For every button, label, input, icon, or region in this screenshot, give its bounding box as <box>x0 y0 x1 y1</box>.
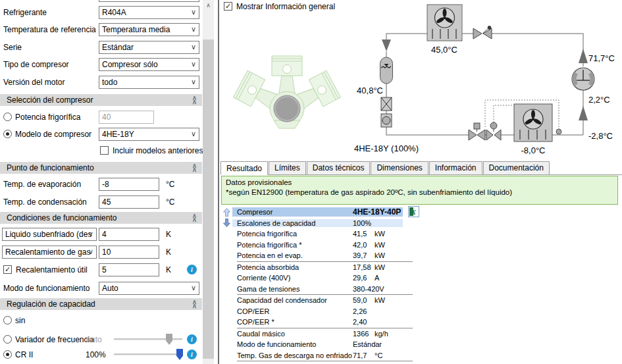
info-icon[interactable]: i <box>187 265 197 274</box>
table-row[interactable]: Escalones de capacidad 100% <box>220 218 615 229</box>
tab-documentacion[interactable]: Documentación <box>483 161 550 174</box>
compressor-illustration <box>234 56 341 128</box>
compressor-type-select[interactable]: Compresor sólo ∨ <box>99 58 199 71</box>
cooling-capacity-input[interactable] <box>99 111 154 124</box>
condensing-temp-input[interactable] <box>99 195 159 209</box>
notice-line2: *según EN12900 (temperatura de gas aspir… <box>226 188 613 197</box>
series-value: Estándar <box>102 43 134 52</box>
subcooled-liquid-input[interactable] <box>99 228 159 241</box>
useful-superheat-unit: K <box>166 265 171 274</box>
evaporation-temp-unit: °C <box>166 180 174 189</box>
frequency-inverter-label: Variador de frecuencia <box>15 335 94 344</box>
cooling-capacity-row: Potencia frigorífica <box>0 111 202 124</box>
row-label: Potencia en el evap. <box>237 251 353 259</box>
fan-icon <box>435 8 455 28</box>
arrow-up-suction <box>579 106 588 120</box>
row-value: 42,0 <box>353 241 375 249</box>
compressor-model-label: Modelo de compresor <box>15 130 91 139</box>
info-icon[interactable]: i <box>187 334 197 344</box>
row-value: 17,58 <box>353 263 375 271</box>
useful-superheat-input[interactable] <box>99 263 159 276</box>
tab-datos-tecnicos[interactable]: Datos técnicos <box>307 161 371 174</box>
svg-text:X: X <box>411 207 417 215</box>
collapse-icon[interactable]: ∧∧ <box>192 300 197 308</box>
gas-superheat-row: Recalentamiento de gas ∨ K <box>0 246 202 259</box>
section-operating-point[interactable]: Punto de funcionamiento ∧∧ <box>0 162 202 174</box>
panel-divider <box>218 0 219 364</box>
cutoff-combo[interactable] <box>99 0 199 2</box>
include-previous-models-checkbox[interactable] <box>100 146 109 155</box>
reference-temp-select[interactable]: Temperatura media ∨ <box>99 23 199 36</box>
collapse-icon[interactable]: ∧∧ <box>192 96 197 104</box>
section-capacity-control[interactable]: Regulación de capacidad ∧∧ <box>0 298 202 310</box>
subcooled-liquid-select[interactable]: Liquido subenfriado (des ∨ <box>2 228 97 241</box>
slider-thumb[interactable] <box>176 349 183 360</box>
section-compressor-selection[interactable]: Selección del compresor ∧∧ <box>0 94 202 106</box>
slider-thumb[interactable] <box>166 334 172 345</box>
row-down-icon[interactable] <box>220 219 232 227</box>
frequency-inverter-slider[interactable] <box>114 338 182 340</box>
motor-version-value: todo <box>102 78 117 87</box>
row-label: Capacidad del condensador <box>237 296 353 304</box>
row-value: Estándar <box>353 340 382 348</box>
scrollbar-thumb[interactable] <box>203 39 214 359</box>
compressor-model-select[interactable]: 4HE-18Y ∨ <box>99 128 199 141</box>
condenser-temp-label: 45,0°C <box>431 45 457 55</box>
row-unit: kW <box>375 296 385 304</box>
tab-limites[interactable]: Límites <box>269 161 306 174</box>
operating-mode-select[interactable]: Auto ∨ <box>99 282 199 295</box>
condensing-temp-row: Temp. de condensación °C <box>0 195 202 209</box>
row-label: Temp. Gas de descarga no enfriado <box>237 351 353 359</box>
row-label: Modo de funcionamiento <box>237 340 353 348</box>
sensor-bulb <box>556 129 561 134</box>
without-radio[interactable] <box>3 316 12 325</box>
excel-export-icon[interactable]: X <box>408 206 419 219</box>
filter-row-reference-temp: Temperatura de referencia Temperatura me… <box>0 23 202 36</box>
gas-superheat-select[interactable]: Recalentamiento de gas ∨ <box>2 246 97 259</box>
tab-informacion[interactable]: Información <box>429 161 482 174</box>
tab-resultado[interactable]: Resultado <box>220 161 268 175</box>
row-up-icon[interactable] <box>220 208 232 217</box>
discharge-temp-label: 71,7°C <box>588 53 615 63</box>
table-row: COP/EER * 2,40 <box>220 317 615 328</box>
compressor-model-radio[interactable] <box>3 130 12 138</box>
crii-radio[interactable] <box>3 350 12 359</box>
evaporation-temp-input[interactable] <box>99 178 159 191</box>
table-row: Potencia frigorífica 41,5 kW <box>220 228 615 240</box>
table-row: Modo de funcionamiento Estándar <box>220 339 615 350</box>
row-label: Potencia absorbida <box>237 263 353 271</box>
crii-row: CR II 100% i <box>0 348 202 361</box>
table-row[interactable]: Compresor 4HE-18Y-40P X <box>220 207 615 218</box>
pipes <box>386 34 583 135</box>
crii-slider[interactable] <box>114 353 182 355</box>
section-operating-conditions[interactable]: Condiciones de funcionamiento ∧∧ <box>0 212 202 224</box>
refrigerant-select[interactable]: R404A ∨ <box>99 6 199 19</box>
gas-superheat-input[interactable] <box>99 246 159 259</box>
reference-temp-value: Temperatura media <box>102 25 170 34</box>
fan-icon <box>523 109 543 129</box>
motor-version-select[interactable]: todo ∨ <box>99 76 199 89</box>
scroll-up-button[interactable]: ∧ <box>203 0 214 11</box>
useful-superheat-checkbox[interactable]: ✓ <box>3 265 12 274</box>
collapse-icon[interactable]: ∧∧ <box>192 164 197 172</box>
cooling-capacity-radio[interactable] <box>3 113 12 121</box>
collapse-icon[interactable]: ∧∧ <box>192 214 197 222</box>
left-scrollbar[interactable]: ∧ <box>203 0 214 364</box>
series-select[interactable]: Estándar ∨ <box>99 41 199 54</box>
circuit-diagram: 45,0°C 40,8°C <box>220 0 622 160</box>
table-row: Corriente (400V) 29,6 A <box>220 273 615 284</box>
section-title: Condiciones de funcionamiento <box>7 213 117 222</box>
row-label: Escalones de capacidad <box>237 219 353 227</box>
row-label: Potencia frigorífica <box>237 230 353 238</box>
condensing-temp-label: Temp. de condensación <box>3 197 87 207</box>
frequency-inverter-radio[interactable] <box>3 335 12 344</box>
info-icon[interactable]: i <box>187 350 197 359</box>
frequency-inverter-row: Variador de frecuencia Auto i <box>0 333 202 346</box>
include-previous-label: Incluir modelos anteriores <box>113 146 203 155</box>
condenser <box>427 5 462 41</box>
selection-panel: Refrigerante R404A ∨ Temperatura de refe… <box>0 0 202 364</box>
chevron-down-icon: ∨ <box>88 230 93 238</box>
table-row: Capacidad del condensador 59,0 kW <box>220 295 615 306</box>
tab-dimensiones[interactable]: Dimensiones <box>371 161 428 174</box>
sight-glass <box>381 114 392 127</box>
